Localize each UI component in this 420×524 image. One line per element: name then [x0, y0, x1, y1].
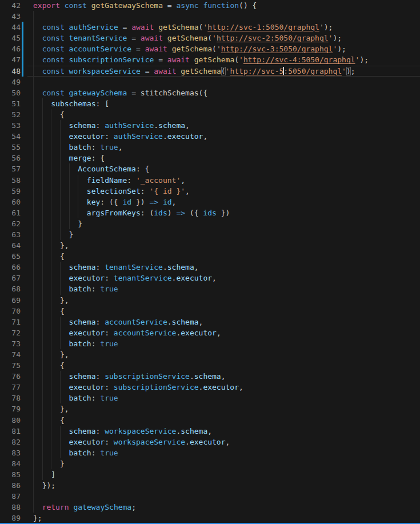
line-content[interactable]: export const getGatewaySchema = async fu…: [27, 0, 420, 11]
line-content[interactable]: selectionSet: '{ id }',: [27, 186, 420, 197]
line-content[interactable]: return gatewaySchema;: [27, 502, 420, 513]
line-number[interactable]: 43: [0, 11, 27, 22]
line-content[interactable]: argsFromKeys: (ids) => ({ ids }): [27, 207, 420, 218]
line-number[interactable]: 67: [0, 273, 27, 283]
line-number[interactable]: 71: [0, 317, 27, 327]
line-content[interactable]: }: [27, 218, 420, 229]
line-content[interactable]: schema: accountService.schema,: [27, 317, 420, 327]
line-number[interactable]: 78: [0, 393, 27, 403]
git-modified-indicator[interactable]: [22, 43, 23, 54]
line-number[interactable]: 59: [0, 186, 27, 197]
line-content[interactable]: schema: workspaceService.schema,: [27, 426, 420, 437]
line-number[interactable]: 60: [0, 197, 27, 207]
line-number[interactable]: 86: [0, 480, 27, 491]
line-number[interactable]: 81: [0, 426, 27, 437]
git-modified-indicator[interactable]: [22, 66, 23, 77]
line-number[interactable]: 63: [0, 229, 27, 240]
line-content[interactable]: }: [27, 458, 420, 469]
line-number[interactable]: 77: [0, 382, 27, 393]
line-number[interactable]: 74: [0, 349, 27, 360]
line-number[interactable]: 68: [0, 283, 27, 294]
line-number[interactable]: 89: [0, 513, 27, 523]
line-content[interactable]: executor: accountService.executor,: [27, 327, 420, 338]
line-number[interactable]: 47: [0, 54, 27, 65]
line-number[interactable]: 50: [0, 87, 27, 98]
line-number[interactable]: 70: [0, 306, 27, 317]
line-content[interactable]: batch: true: [27, 338, 420, 349]
line-content[interactable]: {: [27, 306, 420, 317]
line-content[interactable]: const tenantService = await getSchema('h…: [27, 33, 420, 43]
line-content[interactable]: batch: true: [27, 447, 420, 458]
line-number[interactable]: 80: [0, 415, 27, 426]
line-content[interactable]: executor: tenantService.executor,: [27, 273, 420, 283]
line-content[interactable]: batch: true: [27, 393, 420, 403]
line-content[interactable]: },: [27, 295, 420, 306]
line-number[interactable]: 48: [0, 66, 27, 77]
git-modified-indicator[interactable]: [22, 54, 23, 65]
git-modified-indicator[interactable]: [22, 33, 23, 43]
line-number[interactable]: 73: [0, 338, 27, 349]
line-number[interactable]: 76: [0, 371, 27, 382]
line-content[interactable]: [27, 11, 420, 22]
line-number[interactable]: 52: [0, 109, 27, 120]
line-number[interactable]: 65: [0, 251, 27, 262]
line-content[interactable]: ]: [27, 469, 420, 480]
line-content[interactable]: key: ({ id }) => id,: [27, 197, 420, 207]
line-content[interactable]: [27, 77, 420, 87]
line-content[interactable]: const gatewaySchema = stitchSchemas({: [27, 87, 420, 98]
line-number[interactable]: 45: [0, 33, 27, 43]
line-number[interactable]: 53: [0, 120, 27, 131]
line-content[interactable]: executor: subscriptionService.executor,: [27, 382, 420, 393]
line-content[interactable]: {: [27, 415, 420, 426]
line-number[interactable]: 42: [0, 0, 27, 11]
line-number[interactable]: 84: [0, 458, 27, 469]
line-number[interactable]: 61: [0, 207, 27, 218]
line-number[interactable]: 46: [0, 43, 27, 54]
line-content[interactable]: },: [27, 403, 420, 414]
line-number[interactable]: 62: [0, 218, 27, 229]
line-number[interactable]: 83: [0, 447, 27, 458]
line-number[interactable]: 55: [0, 142, 27, 153]
line-content[interactable]: schema: authService.schema,: [27, 120, 420, 131]
line-content[interactable]: }: [27, 229, 420, 240]
line-content[interactable]: });: [27, 480, 420, 491]
line-content[interactable]: executor: workspaceService.executor,: [27, 437, 420, 447]
line-number[interactable]: 54: [0, 131, 27, 142]
line-number[interactable]: 56: [0, 153, 27, 163]
line-content[interactable]: const workspaceService = await getSchema…: [27, 66, 420, 77]
line-content[interactable]: {: [27, 251, 420, 262]
line-number[interactable]: 75: [0, 360, 27, 371]
line-number[interactable]: 87: [0, 491, 27, 502]
line-content[interactable]: subschemas: [: [27, 98, 420, 109]
line-number[interactable]: 44: [0, 22, 27, 33]
line-content[interactable]: };: [27, 513, 420, 523]
line-number[interactable]: 66: [0, 262, 27, 273]
line-number[interactable]: 57: [0, 163, 27, 174]
line-content[interactable]: fieldName: '_account',: [27, 175, 420, 186]
line-content[interactable]: const subscriptionService = await getSch…: [27, 54, 420, 65]
line-content[interactable]: },: [27, 240, 420, 251]
line-number[interactable]: 79: [0, 403, 27, 414]
git-modified-indicator[interactable]: [22, 22, 23, 33]
line-content[interactable]: batch: true: [27, 283, 420, 294]
line-number[interactable]: 88: [0, 502, 27, 513]
line-content[interactable]: [27, 491, 420, 502]
line-number[interactable]: 49: [0, 77, 27, 87]
line-content[interactable]: batch: true,: [27, 142, 420, 153]
line-number[interactable]: 58: [0, 175, 27, 186]
line-number[interactable]: 72: [0, 327, 27, 338]
line-content[interactable]: const authService = await getSchema('htt…: [27, 22, 420, 33]
line-content[interactable]: const accountService = await getSchema('…: [27, 43, 420, 54]
line-content[interactable]: executor: authService.executor,: [27, 131, 420, 142]
line-number[interactable]: 85: [0, 469, 27, 480]
line-number[interactable]: 64: [0, 240, 27, 251]
line-content[interactable]: merge: {: [27, 153, 420, 163]
line-number[interactable]: 51: [0, 98, 27, 109]
line-number[interactable]: 69: [0, 295, 27, 306]
line-content[interactable]: },: [27, 349, 420, 360]
line-content[interactable]: {: [27, 109, 420, 120]
line-content[interactable]: AccountSchema: {: [27, 163, 420, 174]
line-content[interactable]: schema: subscriptionService.schema,: [27, 371, 420, 382]
line-content[interactable]: schema: tenantService.schema,: [27, 262, 420, 273]
line-content[interactable]: {: [27, 360, 420, 371]
